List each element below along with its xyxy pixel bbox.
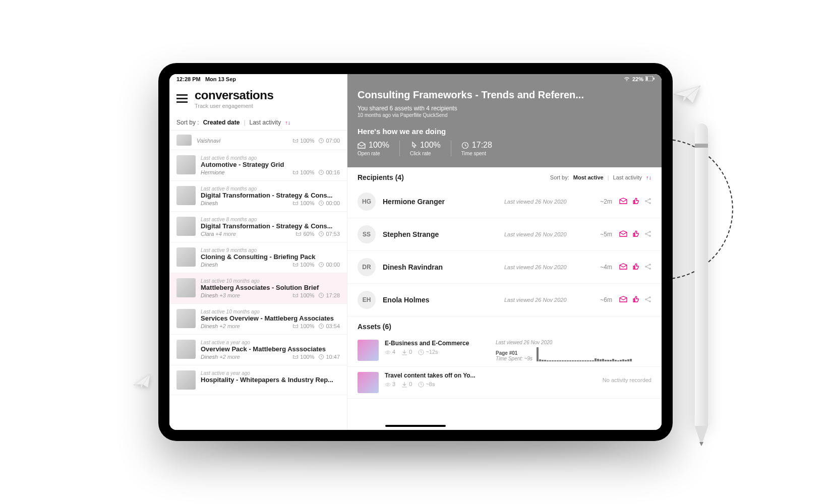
page-title: conversations (195, 88, 273, 102)
battery-percent: 22% (632, 76, 643, 82)
sort-direction-icon[interactable]: ↑↓ (285, 119, 290, 125)
sort-created[interactable]: Created date (203, 119, 240, 126)
conversation-thumb (176, 340, 196, 359)
conversation-item[interactable]: Last active a year ago Hospitality - Whi… (169, 365, 347, 395)
conversation-thumb (176, 135, 192, 146)
open-rate-icon: 60% (295, 231, 314, 237)
thumbs-up-icon[interactable] (632, 263, 639, 272)
recipient-row[interactable]: EH Enola Holmes Last viewed 26 Nov 2020 … (347, 284, 662, 317)
envelope-icon[interactable] (619, 296, 627, 304)
sort-most-active[interactable]: Most active (573, 174, 604, 180)
asset-time-spent: Time Spent: ~9s (496, 356, 532, 361)
conversation-thumb (176, 186, 196, 205)
open-rate-icon: 100% (292, 262, 314, 268)
share-icon[interactable] (644, 296, 651, 304)
recipient-row[interactable]: SS Stephen Strange Last viewed 26 Nov 20… (347, 218, 662, 251)
thumbs-up-icon[interactable] (632, 198, 639, 206)
conversation-age: Last active 10 months ago (201, 309, 340, 314)
svg-point-14 (649, 202, 651, 204)
time-icon: ~12s (418, 349, 438, 355)
recipient-row[interactable]: HG Hermione Granger Last viewed 26 Nov 2… (347, 185, 662, 218)
conversation-list[interactable]: Last active 6 months ago Automotive - St… (169, 150, 347, 430)
conversation-author: Dinesh +3 more (201, 292, 288, 298)
avatar: DR (358, 258, 376, 276)
conversation-item[interactable]: Last active 8 months ago Digital Transfo… (169, 212, 347, 242)
share-icon[interactable] (644, 230, 651, 239)
svg-point-23 (649, 300, 651, 302)
open-rate-icon: 100% (292, 354, 314, 360)
stat-time: 17:28 Time spent (451, 141, 502, 156)
conversation-title: Hospitality - Whitepapers & Industry Rep… (201, 376, 340, 384)
conversation-item[interactable]: Last active 9 months ago Cloning & Consu… (169, 242, 347, 273)
pointer-icon (410, 141, 417, 149)
time-icon: ~8s (418, 381, 435, 388)
time-icon: 00:00 (318, 262, 340, 268)
envelope-icon[interactable] (619, 230, 627, 239)
time-icon: 03:54 (318, 323, 340, 329)
svg-point-15 (645, 233, 647, 235)
envelope-icon[interactable] (619, 198, 627, 206)
conversation-age: Last active 9 months ago (201, 247, 340, 253)
svg-point-22 (649, 296, 651, 298)
sort-last-activity-recipients[interactable]: Last activity (613, 174, 642, 180)
open-rate-icon: 100% (292, 138, 314, 144)
conversation-author: Hermione (201, 169, 288, 175)
right-panel: Consulting Frameworks - Trends and Refer… (347, 74, 662, 430)
recipient-name: Hermione Granger (383, 198, 497, 206)
conversation-item[interactable]: Last active 10 months ago Services Overv… (169, 304, 347, 335)
paper-plane-icon (131, 372, 155, 394)
conversation-age: Last active a year ago (201, 370, 340, 376)
asset-chart (537, 346, 632, 361)
conversation-item[interactable]: Last active 6 months ago Automotive - St… (169, 150, 347, 181)
home-indicator[interactable] (385, 425, 446, 427)
recipient-time: ~2m (592, 198, 612, 205)
conversation-title: Automotive - Strategy Grid (201, 161, 340, 168)
download-icon: 0 (401, 381, 412, 388)
conversation-item[interactable]: Vaishnavi 100% 07:00 (169, 131, 347, 150)
views-icon: 4 (385, 349, 395, 355)
thumbs-up-icon[interactable] (632, 296, 639, 304)
sort-last-activity[interactable]: Last activity (250, 119, 281, 126)
conversation-age: Last active 8 months ago (201, 217, 340, 222)
recipient-time: ~6m (592, 296, 612, 303)
conversation-item[interactable]: Last active a year ago Overview Pack - M… (169, 335, 347, 365)
conversation-title: Digital Transformation - Strategy & Cons… (201, 192, 340, 199)
share-icon[interactable] (644, 263, 651, 272)
conversation-thumb (176, 309, 196, 328)
conversation-title: Services Overview - Mattleberg Associate… (201, 314, 340, 322)
asset-row[interactable]: E-Business and E-Commerce 4 0 ~12s Last … (347, 335, 662, 367)
svg-point-16 (649, 231, 651, 233)
asset-thumb (358, 340, 379, 361)
tablet-screen: 12:28 PM Mon 13 Sep 22% (169, 74, 662, 430)
conversation-item[interactable]: Last active 8 months ago Digital Transfo… (169, 181, 347, 212)
asset-row[interactable]: Travel content takes off on Yo... 3 0 ~8… (347, 367, 662, 399)
conversation-age: Last active a year ago (201, 340, 340, 345)
conversation-item[interactable]: Last active 10 months ago Mattleberg Ass… (169, 273, 347, 304)
detail-header: Consulting Frameworks - Trends and Refer… (347, 74, 662, 167)
svg-point-21 (645, 298, 647, 300)
menu-icon[interactable] (176, 94, 188, 103)
sort-direction-icon[interactable]: ↑↓ (646, 174, 651, 180)
envelope-icon[interactable] (619, 263, 627, 272)
svg-rect-2 (654, 78, 655, 80)
svg-point-20 (649, 268, 651, 270)
conversation-author: Vaishnavi (197, 138, 288, 144)
conversation-author: Dinesh +2 more (201, 323, 288, 329)
svg-point-13 (649, 198, 651, 200)
conversation-thumb (176, 247, 196, 267)
time-icon: 07:00 (318, 138, 340, 144)
conversation-thumb (176, 217, 196, 236)
stat-click: 100% Click rate (400, 141, 451, 156)
doing-title: Here's how we are doing (358, 127, 651, 136)
conversation-title: Digital Transformation - Strategy & Cons… (201, 222, 340, 230)
recipient-row[interactable]: DR Dinesh Ravindran Last viewed 26 Nov 2… (347, 251, 662, 284)
views-icon: 3 (385, 381, 395, 388)
share-icon[interactable] (644, 198, 651, 206)
battery-icon (645, 76, 655, 82)
recipients-list: HG Hermione Granger Last viewed 26 Nov 2… (347, 185, 662, 317)
conversation-author: Clara +4 more (201, 231, 291, 237)
thumbs-up-icon[interactable] (632, 230, 639, 239)
clock-icon (461, 142, 469, 149)
open-rate-icon: 100% (292, 292, 314, 298)
svg-point-24 (387, 352, 389, 353)
